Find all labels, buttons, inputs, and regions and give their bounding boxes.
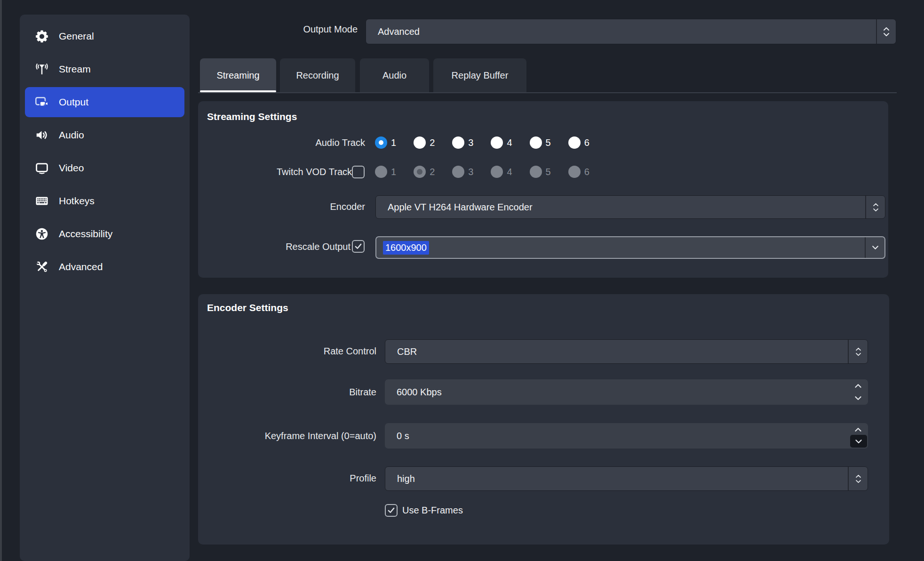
audio-track-radio-1[interactable]	[375, 136, 387, 149]
tab-label: Recording	[296, 70, 339, 81]
audio-track-radio-6[interactable]	[568, 136, 581, 149]
keyframe-interval-label: Keyframe Interval (0=auto)	[198, 431, 376, 441]
sidebar-item-output[interactable]: Output	[25, 87, 184, 117]
twitch-vod-radio-4	[491, 166, 503, 178]
audio-track-radio-group: 1 2 3 4 5 6	[375, 136, 589, 149]
spin-down-button[interactable]	[854, 396, 862, 401]
output-mode-label: Output Mode	[207, 24, 358, 35]
audio-track-label: Audio Track	[198, 137, 365, 148]
radio-option-label: 4	[507, 137, 512, 148]
radio-option-label: 1	[391, 167, 396, 177]
sidebar-item-advanced[interactable]: Advanced	[25, 252, 184, 282]
tools-icon	[35, 260, 49, 274]
rate-control-label: Rate Control	[198, 346, 376, 357]
sidebar-item-label: Accessibility	[59, 228, 112, 240]
radio-option-label: 2	[430, 137, 435, 148]
spin-down-button-pressed[interactable]	[850, 435, 867, 448]
keyframe-interval-value: 0 s	[385, 431, 409, 441]
audio-track-radio-2[interactable]	[414, 136, 426, 149]
sidebar-item-stream[interactable]: Stream	[25, 54, 184, 84]
encoder-select[interactable]: Apple VT H264 Hardware Encoder	[375, 195, 885, 219]
radio-option-label: 6	[584, 167, 589, 177]
use-b-frames-checkbox[interactable]	[385, 504, 398, 517]
sidebar-item-label: Output	[59, 96, 88, 108]
profile-select[interactable]: high	[385, 466, 868, 491]
rate-control-value: CBR	[385, 346, 417, 357]
rescale-output-checkbox[interactable]	[352, 240, 365, 253]
radio-option-label: 5	[546, 167, 551, 177]
rescale-resolution-combobox[interactable]: 1600x900	[375, 236, 885, 259]
twitch-vod-radio-2	[414, 166, 426, 178]
radio-option-label: 5	[546, 137, 551, 148]
spin-up-button[interactable]	[854, 427, 862, 432]
use-b-frames-label: Use B-Frames	[402, 505, 463, 516]
rescale-output-label: Rescale Output	[198, 241, 350, 252]
bitrate-label: Bitrate	[198, 387, 376, 398]
output-mode-value: Advanced	[366, 26, 420, 37]
profile-label: Profile	[198, 473, 376, 484]
tab-label: Audio	[382, 70, 406, 81]
settings-sidebar: General Stream Output Audio Video	[20, 15, 190, 561]
twitch-vod-track-label: Twitch VOD Track	[198, 167, 352, 177]
tab-recording[interactable]: Recording	[280, 58, 355, 92]
tab-replay-buffer[interactable]: Replay Buffer	[433, 58, 526, 92]
bitrate-spinbox[interactable]: 6000 Kbps	[385, 379, 868, 405]
encoder-value: Apple VT H264 Hardware Encoder	[376, 202, 533, 213]
twitch-vod-radio-1	[375, 166, 387, 178]
twitch-vod-radio-6	[568, 166, 581, 178]
tab-divider	[198, 92, 897, 93]
radio-option-label: 3	[468, 167, 473, 177]
checkmark-icon	[387, 507, 395, 514]
updown-chevron-icon	[865, 196, 885, 218]
use-b-frames-row: Use B-Frames	[385, 503, 463, 517]
window-edge	[0, 0, 2, 561]
rate-control-select[interactable]: CBR	[385, 339, 868, 364]
radio-option-label: 1	[391, 137, 396, 148]
twitch-vod-radio-3	[452, 166, 464, 178]
spin-up-button[interactable]	[854, 384, 862, 388]
audio-track-radio-3[interactable]	[452, 136, 464, 149]
gear-icon	[35, 29, 49, 43]
keyboard-icon	[35, 194, 49, 208]
radio-option-label: 6	[584, 137, 589, 148]
encoder-label: Encoder	[198, 201, 365, 212]
tab-audio[interactable]: Audio	[360, 58, 429, 92]
twitch-vod-radio-group: 1 2 3 4 5 6	[375, 166, 589, 178]
tab-label: Replay Buffer	[452, 70, 509, 81]
sidebar-item-accessibility[interactable]: Accessibility	[25, 219, 184, 249]
output-monitor-camera-icon	[35, 95, 49, 109]
updown-chevron-icon	[848, 467, 868, 490]
sidebar-item-label: Stream	[59, 64, 91, 75]
encoder-settings-panel: Encoder Settings Rate Control CBR Bitrat…	[198, 294, 889, 545]
sidebar-item-label: Video	[59, 162, 84, 174]
sidebar-item-label: Hotkeys	[59, 195, 95, 207]
audio-track-radio-5[interactable]	[530, 136, 542, 149]
streaming-settings-panel: Streaming Settings Audio Track 1 2 3 4 5…	[198, 101, 888, 278]
sidebar-item-audio[interactable]: Audio	[25, 120, 184, 150]
sidebar-item-label: General	[59, 31, 94, 42]
audio-track-row: Audio Track 1 2 3 4 5 6	[198, 135, 589, 151]
accessibility-icon	[35, 227, 49, 241]
twitch-vod-track-checkbox[interactable]	[352, 166, 365, 178]
tab-label: Streaming	[216, 70, 259, 81]
antenna-icon	[35, 62, 49, 76]
sidebar-item-label: Audio	[59, 129, 84, 141]
sidebar-item-general[interactable]: General	[25, 21, 184, 51]
bitrate-value: 6000 Kbps	[385, 387, 442, 398]
twitch-vod-track-row: Twitch VOD Track 1 2 3 4 5 6	[198, 164, 589, 180]
encoder-settings-title: Encoder Settings	[207, 302, 288, 313]
output-mode-select[interactable]: Advanced	[366, 19, 896, 44]
monitor-icon	[35, 161, 49, 175]
streaming-settings-title: Streaming Settings	[207, 111, 297, 122]
sidebar-item-label: Advanced	[59, 261, 103, 272]
updown-chevron-icon	[848, 340, 868, 363]
sidebar-item-video[interactable]: Video	[25, 153, 184, 183]
speaker-icon	[35, 128, 49, 142]
radio-option-label: 4	[507, 167, 512, 177]
rescale-resolution-value: 1600x900	[383, 241, 429, 255]
sidebar-item-hotkeys[interactable]: Hotkeys	[25, 186, 184, 216]
keyframe-interval-spinbox[interactable]: 0 s	[385, 423, 868, 449]
tab-streaming[interactable]: Streaming	[200, 58, 276, 92]
audio-track-radio-4[interactable]	[491, 136, 503, 149]
obs-settings-window: General Stream Output Audio Video	[0, 0, 924, 561]
